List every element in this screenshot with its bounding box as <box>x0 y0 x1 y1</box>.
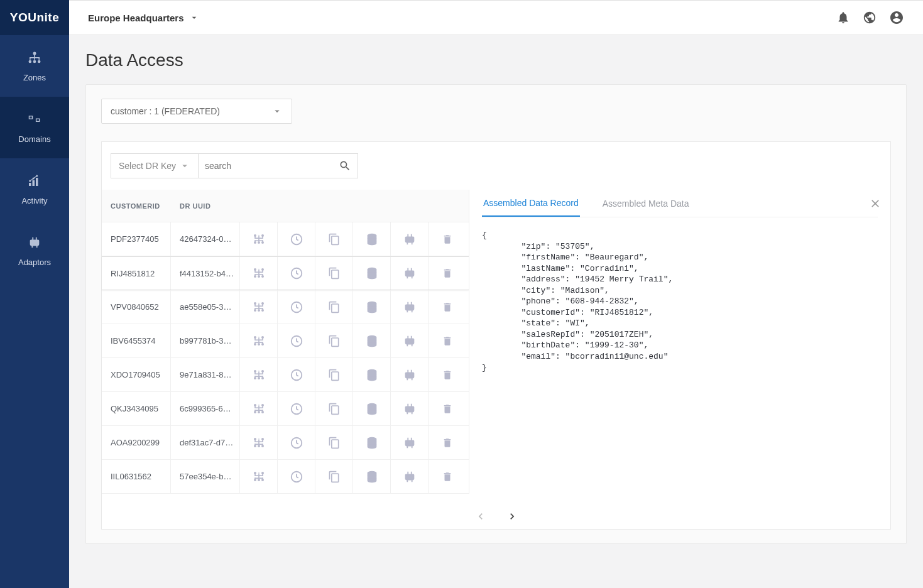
cell-druuid: 42647324-0… <box>171 222 240 256</box>
tree-action[interactable] <box>240 324 278 357</box>
storage-action[interactable] <box>353 392 391 425</box>
adaptor-action[interactable] <box>391 290 429 324</box>
history-action[interactable] <box>278 324 315 357</box>
tree-action[interactable] <box>240 392 278 425</box>
delete-action[interactable] <box>429 358 466 391</box>
history-action[interactable] <box>278 392 315 425</box>
delete-action[interactable] <box>429 222 466 256</box>
search-icon[interactable] <box>339 160 351 172</box>
history-action[interactable] <box>278 257 315 290</box>
cell-customerid: IIL0631562 <box>102 460 171 493</box>
delete-action[interactable] <box>429 257 466 290</box>
storage-action[interactable] <box>353 290 391 324</box>
tree-action[interactable] <box>240 460 278 493</box>
storage-action[interactable] <box>353 257 391 290</box>
tree-action[interactable] <box>240 358 278 391</box>
search-row: Select DR Key <box>102 153 890 178</box>
copy-action[interactable] <box>315 222 353 256</box>
copy-action[interactable] <box>315 358 353 391</box>
svg-point-27 <box>261 241 264 244</box>
storage-action[interactable] <box>353 426 391 459</box>
storage-action[interactable] <box>353 460 391 493</box>
adaptor-action[interactable] <box>391 324 429 357</box>
copy-action[interactable] <box>315 257 353 290</box>
svg-point-18 <box>258 234 259 236</box>
table-row[interactable]: RIJ4851812f4413152-b4… <box>102 256 469 290</box>
topbar-icons <box>836 10 904 25</box>
delete-action[interactable] <box>429 324 466 357</box>
svg-rect-150 <box>262 477 263 479</box>
table-row[interactable]: VPV0840652ae558e05-3… <box>102 290 469 324</box>
svg-rect-73 <box>254 339 259 340</box>
domain-select[interactable]: customer : 1 (FEDERATED) <box>101 99 292 124</box>
table-row[interactable]: IIL063156257ee354e-b… <box>102 460 469 494</box>
svg-text:...: ... <box>30 115 33 119</box>
svg-rect-141 <box>254 475 259 476</box>
tab-assembled-meta[interactable]: Assembled Meta Data <box>601 191 691 216</box>
pager-prev[interactable] <box>474 510 487 523</box>
tab-assembled-record[interactable]: Assembled Data Record <box>482 190 580 217</box>
history-action[interactable] <box>278 290 315 324</box>
tree-action[interactable] <box>240 257 278 290</box>
svg-rect-109 <box>259 407 263 408</box>
history-action[interactable] <box>278 426 315 459</box>
svg-point-93 <box>254 377 256 379</box>
copy-action[interactable] <box>315 290 353 324</box>
sidebar-item-adaptors[interactable]: Adaptors <box>0 220 69 281</box>
adaptor-action[interactable] <box>391 257 429 290</box>
globe-icon[interactable] <box>863 11 877 24</box>
sidebar-item-zones[interactable]: Zones <box>0 35 69 97</box>
storage-action[interactable] <box>353 358 391 391</box>
copy-action[interactable] <box>315 460 353 493</box>
th-druuid: DR UUID <box>171 202 210 210</box>
history-action[interactable] <box>278 460 315 493</box>
adaptor-action[interactable] <box>391 426 429 459</box>
sidebar-item-activity[interactable]: Activity <box>0 158 69 220</box>
history-action[interactable] <box>278 358 315 391</box>
svg-rect-39 <box>254 271 259 273</box>
svg-rect-115 <box>254 410 256 411</box>
table-row[interactable]: XDO17094059e71a831-8… <box>102 358 469 392</box>
table-row[interactable]: QKJ34340956c999365-6… <box>102 392 469 426</box>
delete-action[interactable] <box>429 290 466 324</box>
close-icon[interactable] <box>869 197 882 210</box>
copy-action[interactable] <box>315 392 353 425</box>
svg-rect-133 <box>262 444 263 445</box>
svg-rect-29 <box>254 240 263 241</box>
pager-next[interactable] <box>506 510 518 523</box>
search-input[interactable] <box>205 161 339 171</box>
tree-action[interactable] <box>240 426 278 459</box>
storage-action[interactable] <box>353 324 391 357</box>
notifications-icon[interactable] <box>836 11 850 24</box>
adaptor-action[interactable] <box>391 460 429 493</box>
nav-icon <box>27 173 42 188</box>
adaptor-action[interactable] <box>391 358 429 391</box>
delete-action[interactable] <box>429 392 466 425</box>
adaptor-action[interactable] <box>391 222 429 256</box>
sidebar-item-domains[interactable]: ......Domains <box>0 97 69 158</box>
history-action[interactable] <box>278 222 315 256</box>
table-row[interactable]: IBV6455374b997781b-3… <box>102 324 469 358</box>
delete-action[interactable] <box>429 460 466 493</box>
tree-action[interactable] <box>240 290 278 324</box>
svg-point-86 <box>258 370 259 371</box>
adaptor-action[interactable] <box>391 392 429 425</box>
zone-selector[interactable]: Europe Headquarters <box>88 13 199 23</box>
detail-panel: Assembled Data Record Assembled Meta Dat… <box>469 190 890 494</box>
storage-action[interactable] <box>353 222 391 256</box>
delete-action[interactable] <box>429 426 466 459</box>
svg-point-26 <box>258 241 260 244</box>
copy-action[interactable] <box>315 324 353 357</box>
copy-action[interactable] <box>315 426 353 459</box>
record-json: { "zip": "53705", "firstName": "Beaurega… <box>482 230 878 373</box>
svg-rect-99 <box>262 376 263 377</box>
tree-action[interactable] <box>240 222 278 256</box>
svg-rect-41 <box>259 271 263 273</box>
svg-point-127 <box>254 445 256 447</box>
dr-key-select[interactable]: Select DR Key <box>111 153 199 178</box>
account-icon[interactable] <box>889 10 904 25</box>
cell-druuid: 57ee354e-b… <box>171 460 240 493</box>
table-row[interactable]: PDF237740542647324-0… <box>102 222 469 256</box>
svg-rect-24 <box>259 237 263 239</box>
table-row[interactable]: AOA9200299def31ac7-d7… <box>102 426 469 460</box>
